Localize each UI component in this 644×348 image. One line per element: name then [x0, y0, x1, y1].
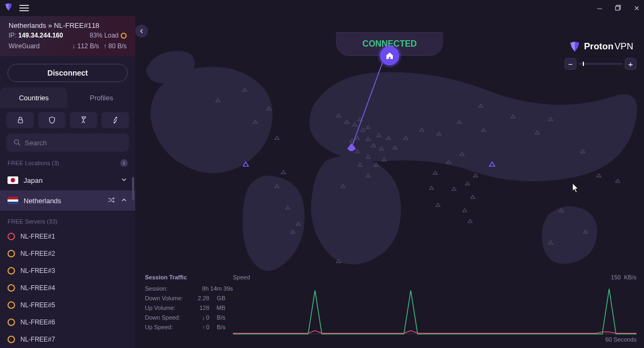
menu-icon[interactable]: [19, 5, 29, 11]
stat-row: Down Speed:↓0B/s: [145, 313, 233, 322]
sidebar-tabs: Countries Profiles: [0, 87, 135, 108]
session-traffic-title: Session Traffic: [145, 274, 233, 280]
filter-p2p-button[interactable]: [70, 112, 97, 128]
country-label: Japan: [24, 176, 42, 184]
brand-logo: ProtonVPN: [569, 41, 633, 53]
connection-title: Netherlands » NL-FREE#118: [9, 21, 127, 29]
up-rate: 80 B/s: [108, 42, 127, 50]
country-item-japan[interactable]: Japan: [0, 170, 135, 190]
speed-unit: KB/s: [624, 274, 636, 280]
server-load-icon: [8, 233, 15, 240]
server-label: NL-FREE#7: [20, 336, 55, 343]
app-logo-icon: [4, 3, 13, 13]
speed-label: Speed: [233, 274, 250, 280]
titlebar: ─ ✕: [0, 0, 644, 16]
filter-securecore-button[interactable]: [6, 112, 34, 128]
info-icon[interactable]: i: [120, 159, 128, 167]
traffic-panel: Session Traffic Session:8h 14m 39s Down …: [145, 274, 636, 343]
shuffle-icon[interactable]: [107, 196, 115, 205]
connection-card: Netherlands » NL-FREE#118 IP: 149.34.244…: [0, 16, 135, 56]
stat-row: Down Volume:2.28GB: [145, 293, 233, 303]
server-item[interactable]: NL-FREE#5: [0, 297, 135, 314]
svg-rect-1: [18, 120, 23, 123]
flag-icon: [8, 176, 18, 184]
svg-point-3: [114, 122, 115, 123]
server-label: NL-FREE#5: [20, 301, 55, 309]
server-item[interactable]: NL-FREE#7: [0, 331, 135, 348]
server-label: NL-FREE#1: [20, 233, 55, 240]
stat-row: Up Speed:↑0B/s: [145, 322, 233, 332]
svg-rect-0: [616, 6, 619, 10]
speed-max: 150: [611, 274, 620, 280]
search-input[interactable]: [6, 134, 129, 152]
ip-value: 149.34.244.160: [18, 32, 63, 39]
maximize-button[interactable]: [615, 4, 621, 12]
load-value: 83% Load: [90, 32, 119, 39]
ip-label: IP:: [9, 32, 18, 39]
zoom-in-button[interactable]: +: [625, 58, 636, 70]
free-servers-label: FREE Servers (33): [8, 218, 57, 225]
svg-point-2: [116, 117, 117, 119]
down-rate: 112 B/s: [77, 42, 99, 50]
close-button[interactable]: ✕: [634, 4, 640, 12]
server-item[interactable]: NL-FREE#2: [0, 245, 135, 262]
filter-tor-button[interactable]: [101, 112, 129, 128]
server-load-icon: [8, 284, 15, 292]
search-icon: [13, 138, 21, 149]
svg-point-4: [14, 140, 19, 144]
protocol-value: WireGuard: [9, 42, 40, 50]
free-locations-label: FREE Locations (3): [8, 160, 59, 166]
minimize-button[interactable]: ─: [597, 4, 602, 12]
tab-countries[interactable]: Countries: [0, 87, 68, 108]
home-node-icon[interactable]: [380, 46, 399, 65]
speed-chart: [233, 283, 636, 335]
server-item[interactable]: NL-FREE#3: [0, 262, 135, 279]
server-label: NL-FREE#2: [20, 250, 55, 257]
server-load-icon: [8, 319, 15, 326]
session-value: 8h 14m 39s: [188, 285, 233, 292]
tab-profiles[interactable]: Profiles: [68, 87, 135, 108]
filter-shield-button[interactable]: [38, 112, 65, 128]
load-ring-icon: [121, 33, 127, 39]
country-label: Netherlands: [24, 197, 61, 205]
server-item[interactable]: NL-FREE#4: [0, 279, 135, 297]
country-item-netherlands[interactable]: Netherlands: [0, 190, 135, 211]
server-label: NL-FREE#4: [20, 284, 55, 292]
chart-xaxis: 60 Seconds: [605, 336, 636, 343]
scrollbar[interactable]: [132, 177, 134, 201]
disconnect-button[interactable]: Disconnect: [8, 64, 128, 82]
flag-icon: [8, 197, 18, 204]
server-label: NL-FREE#6: [20, 319, 55, 326]
session-label: Session:: [145, 285, 188, 292]
server-load-icon: [8, 336, 15, 343]
server-label: NL-FREE#3: [20, 267, 55, 275]
map-area[interactable]: CONNECTED ProtonVPN − + Session Traffic …: [135, 16, 644, 348]
zoom-control: − +: [565, 58, 636, 70]
server-load-icon: [8, 301, 15, 309]
server-load-icon: [8, 267, 15, 275]
sidebar: Netherlands » NL-FREE#118 IP: 149.34.244…: [0, 16, 135, 348]
server-load-icon: [8, 250, 15, 257]
zoom-slider[interactable]: [579, 63, 623, 65]
server-item[interactable]: NL-FREE#6: [0, 314, 135, 331]
server-item[interactable]: NL-FREE#1: [0, 228, 135, 245]
stat-row: Up Volume:128MB: [145, 303, 233, 313]
zoom-out-button[interactable]: −: [565, 58, 576, 70]
chevron-up-icon[interactable]: [120, 196, 128, 205]
chevron-down-icon[interactable]: [120, 176, 128, 185]
